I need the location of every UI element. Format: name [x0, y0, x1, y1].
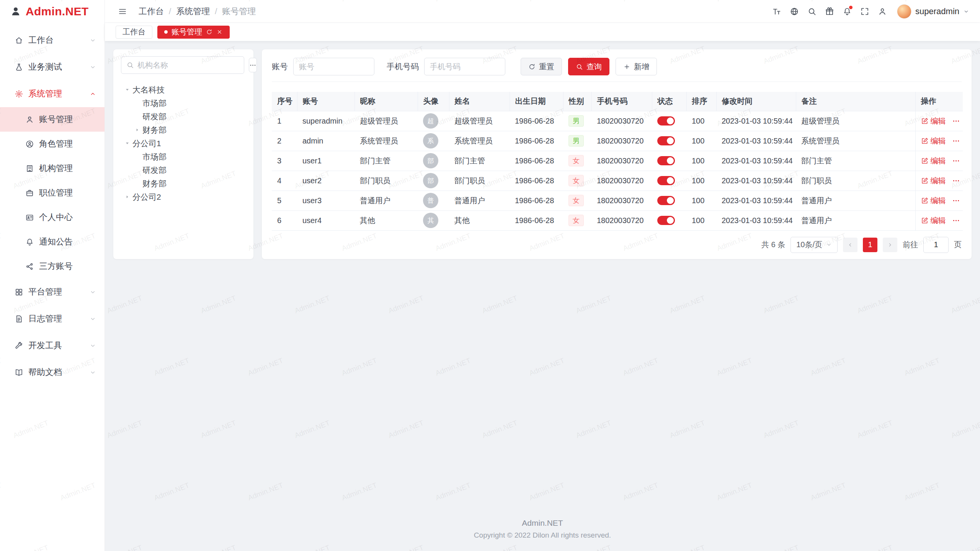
- org-search-field[interactable]: [137, 61, 239, 70]
- account-filter-input[interactable]: [293, 58, 374, 75]
- more-icon: [952, 197, 960, 205]
- row-more-button[interactable]: [952, 157, 960, 165]
- gender-badge: 女: [568, 175, 584, 186]
- header-theme-button[interactable]: [822, 4, 837, 19]
- status-toggle[interactable]: [657, 176, 675, 185]
- tree-caret-icon[interactable]: [122, 138, 132, 149]
- sidebar-item-business-test[interactable]: 业务测试: [0, 54, 105, 80]
- tree-node[interactable]: 研发部: [121, 110, 246, 123]
- tab-refresh-icon[interactable]: [206, 29, 212, 35]
- status-toggle[interactable]: [657, 216, 675, 225]
- edit-label: 编辑: [931, 156, 946, 166]
- edit-button[interactable]: 编辑: [921, 176, 946, 186]
- sidebar-item-system-manage[interactable]: 系统管理: [0, 80, 105, 107]
- edit-button[interactable]: 编辑: [921, 136, 946, 146]
- edit-button[interactable]: 编辑: [921, 156, 946, 166]
- tab-workbench[interactable]: 工作台: [116, 26, 152, 39]
- sidebar-item-platform-manage[interactable]: 平台管理: [0, 279, 105, 305]
- pagination-page-current[interactable]: 1: [863, 238, 877, 252]
- breadcrumb-item[interactable]: 系统管理: [176, 6, 210, 17]
- sidebar-item-help-docs[interactable]: 帮助文档: [0, 359, 105, 386]
- breadcrumb-item[interactable]: 工作台: [139, 6, 164, 17]
- sidebar-item-label: 账号管理: [39, 114, 73, 125]
- tab-account-manage[interactable]: 账号管理: [157, 26, 230, 39]
- caret-right-icon: [135, 127, 140, 132]
- tree-node[interactable]: 财务部: [121, 123, 246, 137]
- tree-caret-icon[interactable]: [122, 85, 132, 95]
- sidebar-item-log-manage[interactable]: 日志管理: [0, 305, 105, 332]
- pagination-goto-label: 前往: [903, 240, 918, 250]
- add-button[interactable]: 新增: [616, 58, 657, 75]
- row-more-button[interactable]: [952, 197, 960, 205]
- tree-caret-icon[interactable]: [122, 192, 132, 202]
- table-row: 6user4其他其其他1986-06-28女180200307201002023…: [272, 210, 963, 230]
- status-toggle[interactable]: [657, 136, 675, 145]
- sidebar-item-dev-tools[interactable]: 开发工具: [0, 332, 105, 359]
- edit-button[interactable]: 编辑: [921, 116, 946, 126]
- table-cell: 2023-01-03 10:59:44: [716, 151, 796, 171]
- tab-close-icon[interactable]: [216, 29, 223, 35]
- chevron-down-icon: [90, 369, 96, 376]
- breadcrumb-item[interactable]: 账号管理: [222, 6, 256, 17]
- header-fullscreen-button[interactable]: [857, 4, 872, 19]
- sidebar-item-third-account[interactable]: 三方账号: [0, 254, 105, 279]
- gender-badge: 女: [568, 215, 584, 226]
- table-cell: 18020030720: [591, 111, 652, 131]
- collapse-menu-button[interactable]: [115, 4, 130, 19]
- tree-node[interactable]: 大名科技: [121, 83, 246, 96]
- header-notification-button[interactable]: [840, 4, 855, 19]
- sidebar-item-label: 机构管理: [39, 163, 73, 174]
- tree-node-label: 财务部: [142, 125, 167, 135]
- reset-button[interactable]: 重置: [521, 58, 562, 75]
- search-button[interactable]: 查询: [568, 58, 609, 75]
- user-menu[interactable]: superadmin: [897, 4, 969, 19]
- header-font-size-button[interactable]: [769, 4, 784, 19]
- accounts-table: 序号账号昵称头像姓名出生日期性别手机号码状态排序修改时间备注操作1superad…: [272, 92, 963, 231]
- status-toggle[interactable]: [657, 196, 675, 205]
- edit-button[interactable]: 编辑: [921, 215, 946, 226]
- page-size-select[interactable]: 10条/页: [791, 237, 838, 253]
- edit-button[interactable]: 编辑: [921, 196, 946, 206]
- header-profile-button[interactable]: [875, 4, 890, 19]
- app-logo[interactable]: Admin.NET: [0, 0, 105, 23]
- tree-caret-icon: [132, 178, 142, 189]
- sidebar-item-org-manage[interactable]: 机构管理: [0, 156, 105, 181]
- tree-caret-icon[interactable]: [132, 125, 142, 135]
- sidebar-menu: 工作台业务测试系统管理账号管理角色管理机构管理职位管理个人中心通知公告三方账号平…: [0, 23, 105, 386]
- tree-node[interactable]: 分公司2: [121, 190, 246, 204]
- org-search-input[interactable]: [121, 56, 244, 74]
- user-avatar: 其: [423, 213, 438, 228]
- table-cell: user3: [297, 191, 354, 210]
- pagination-prev-button[interactable]: [843, 238, 858, 252]
- org-more-button[interactable]: [249, 58, 257, 72]
- phone-filter-input[interactable]: [424, 58, 505, 75]
- sidebar-item-label: 通知公告: [39, 236, 73, 248]
- header-search-button[interactable]: [804, 4, 820, 19]
- tree-node[interactable]: 市场部: [121, 96, 246, 110]
- row-more-button[interactable]: [952, 217, 960, 225]
- font-size-icon: [772, 7, 781, 16]
- table-cell: 100: [686, 171, 716, 191]
- table-row: 3user1部门主管部部门主管1986-06-28女18020030720100…: [272, 151, 963, 171]
- row-more-button[interactable]: [952, 137, 960, 145]
- pagination-next-button[interactable]: [883, 238, 897, 252]
- sidebar-item-workbench[interactable]: 工作台: [0, 27, 105, 54]
- status-toggle[interactable]: [657, 116, 675, 126]
- tree-node[interactable]: 研发部: [121, 163, 246, 177]
- table-cell: 2023-01-03 10:59:44: [716, 210, 796, 230]
- tree-node[interactable]: 分公司1: [121, 137, 246, 150]
- sidebar-item-account-manage[interactable]: 账号管理: [0, 107, 105, 132]
- status-toggle[interactable]: [657, 156, 675, 165]
- sidebar-item-personal-center[interactable]: 个人中心: [0, 205, 105, 230]
- tree-node[interactable]: 财务部: [121, 177, 246, 190]
- table-cell: 普通用户: [796, 191, 915, 210]
- sidebar-item-post-manage[interactable]: 职位管理: [0, 181, 105, 205]
- row-more-button[interactable]: [952, 177, 960, 185]
- sidebar-item-notice[interactable]: 通知公告: [0, 230, 105, 254]
- tree-node-label: 大名科技: [132, 85, 165, 95]
- sidebar-item-role-manage[interactable]: 角色管理: [0, 132, 105, 156]
- header-language-button[interactable]: [787, 4, 802, 19]
- tree-node[interactable]: 市场部: [121, 150, 246, 163]
- goto-page-input[interactable]: [923, 237, 949, 253]
- row-more-button[interactable]: [952, 117, 960, 125]
